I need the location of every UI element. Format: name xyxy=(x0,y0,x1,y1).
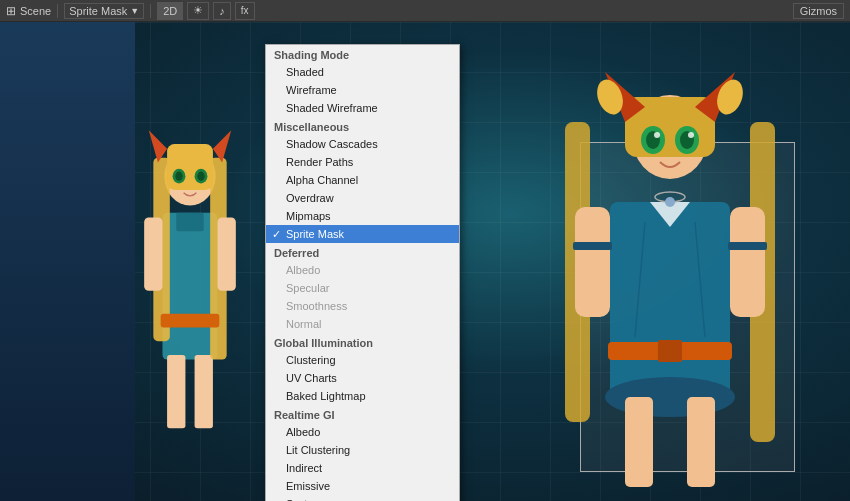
menu-item-shaded-wireframe[interactable]: Shaded Wireframe xyxy=(266,99,459,117)
sprite-character-left xyxy=(130,72,250,481)
menu-item-emissive[interactable]: Emissive xyxy=(266,477,459,495)
section-header-deferred: Deferred xyxy=(266,243,459,261)
section-header-gi: Global Illumination xyxy=(266,333,459,351)
section-header-realtime-gi: Realtime GI xyxy=(266,405,459,423)
scene-toolbar: ⊞ Scene Sprite Mask ▼ 2D ☀ ♪ fx Gizmos xyxy=(0,0,850,22)
shading-mode-label: Sprite Mask xyxy=(69,5,127,17)
fx-icon: fx xyxy=(241,5,249,16)
scene-icon: ⊞ xyxy=(6,4,16,18)
svg-point-20 xyxy=(605,377,735,417)
svg-rect-19 xyxy=(610,202,730,402)
shading-dropdown-menu: Shading Mode Shaded Wireframe Shaded Wir… xyxy=(265,44,460,501)
svg-point-43 xyxy=(665,197,675,207)
menu-item-deferred-normal[interactable]: Normal xyxy=(266,315,459,333)
scene-tab-label[interactable]: Scene xyxy=(20,5,51,17)
character-left-svg xyxy=(135,87,245,467)
menu-item-clustering[interactable]: Clustering xyxy=(266,351,459,369)
svg-marker-8 xyxy=(213,130,231,162)
left-panel xyxy=(0,22,135,501)
effects-button[interactable]: fx xyxy=(235,2,255,20)
svg-rect-14 xyxy=(144,217,162,290)
menu-item-baked-lightmap[interactable]: Baked Lightmap xyxy=(266,387,459,405)
menu-item-lit-clustering[interactable]: Lit Clustering xyxy=(266,441,459,459)
character-right-svg xyxy=(550,42,790,501)
menu-item-uv-charts[interactable]: UV Charts xyxy=(266,369,459,387)
chevron-down-icon: ▼ xyxy=(130,6,139,16)
audio-button[interactable]: ♪ xyxy=(213,2,231,20)
svg-rect-15 xyxy=(218,217,236,290)
menu-item-deferred-albedo[interactable]: Albedo xyxy=(266,261,459,279)
toolbar-divider xyxy=(57,4,58,18)
svg-point-12 xyxy=(197,171,204,180)
gizmos-button[interactable]: Gizmos xyxy=(793,3,844,19)
2d-button[interactable]: 2D xyxy=(157,2,183,20)
svg-rect-21 xyxy=(625,397,653,487)
svg-rect-38 xyxy=(575,207,610,317)
svg-rect-6 xyxy=(167,144,213,190)
shading-mode-dropdown[interactable]: Sprite Mask ▼ xyxy=(64,3,144,19)
menu-item-realtime-albedo[interactable]: Albedo xyxy=(266,423,459,441)
audio-icon: ♪ xyxy=(219,5,225,17)
menu-item-alpha-channel[interactable]: Alpha Channel xyxy=(266,171,459,189)
menu-item-deferred-specular[interactable]: Specular xyxy=(266,279,459,297)
scene-view: Shading Mode Shaded Wireframe Shaded Wir… xyxy=(0,22,850,501)
section-header-misc: Miscellaneous xyxy=(266,117,459,135)
svg-rect-2 xyxy=(195,354,213,427)
menu-item-mipmaps[interactable]: Mipmaps xyxy=(266,207,459,225)
svg-rect-16 xyxy=(176,212,204,230)
menu-item-indirect[interactable]: Indirect xyxy=(266,459,459,477)
menu-item-overdraw[interactable]: Overdraw xyxy=(266,189,459,207)
svg-rect-22 xyxy=(687,397,715,487)
svg-point-33 xyxy=(654,132,660,138)
svg-marker-7 xyxy=(149,130,167,162)
sprite-character-right xyxy=(550,42,790,481)
svg-rect-0 xyxy=(163,212,218,359)
section-header-shading: Shading Mode xyxy=(266,45,459,63)
svg-rect-41 xyxy=(728,242,767,250)
svg-rect-39 xyxy=(730,207,765,317)
toolbar-divider2 xyxy=(150,4,151,18)
svg-rect-13 xyxy=(161,313,220,327)
svg-rect-1 xyxy=(167,354,185,427)
svg-point-11 xyxy=(175,171,182,180)
lighting-button[interactable]: ☀ xyxy=(187,2,209,20)
menu-item-sprite-mask[interactable]: ✓ Sprite Mask xyxy=(266,225,459,243)
svg-rect-37 xyxy=(658,340,682,362)
svg-point-34 xyxy=(688,132,694,138)
menu-item-systems[interactable]: Systems xyxy=(266,495,459,501)
menu-item-shaded[interactable]: Shaded xyxy=(266,63,459,81)
sun-icon: ☀ xyxy=(193,4,203,17)
checkmark-icon: ✓ xyxy=(272,228,281,241)
svg-rect-40 xyxy=(573,242,612,250)
menu-item-render-paths[interactable]: Render Paths xyxy=(266,153,459,171)
menu-item-deferred-smoothness[interactable]: Smoothness xyxy=(266,297,459,315)
menu-item-shadow-cascades[interactable]: Shadow Cascades xyxy=(266,135,459,153)
menu-item-wireframe[interactable]: Wireframe xyxy=(266,81,459,99)
